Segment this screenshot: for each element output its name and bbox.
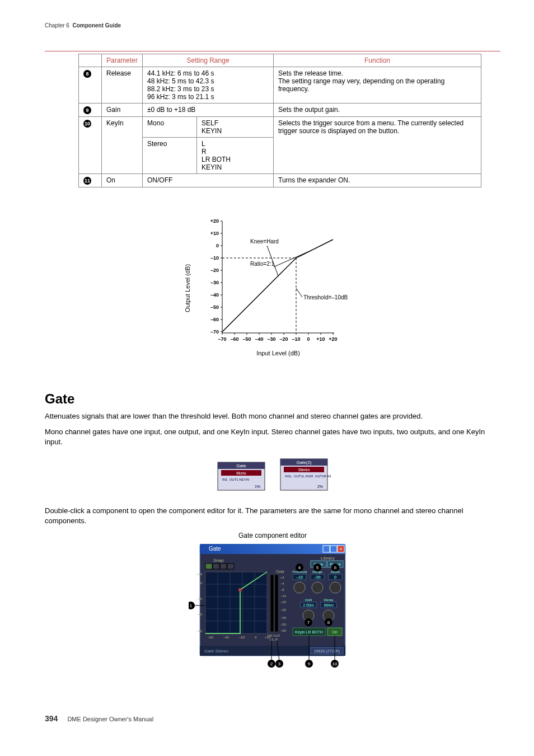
gate-stereo-block[interactable]: Gate(2) Stereo IN1L OUT1L IN1R OUT1R KEY… — [277, 457, 331, 492]
section-p3: Double-click a component to open the com… — [45, 506, 500, 526]
meter-tick: –30 — [280, 608, 287, 612]
svg-text:Hold: Hold — [305, 598, 312, 602]
meter-tick: –14 — [280, 594, 287, 598]
chart-xtick: –50 — [242, 336, 251, 342]
svg-point-56 — [312, 582, 323, 593]
minimize-button[interactable] — [323, 546, 330, 552]
cell-function: Sets the output gain. — [274, 104, 481, 117]
chart-annot-threshold: Threshold=–10dB — [303, 294, 348, 300]
block-variant: Mono — [236, 471, 246, 475]
svg-rect-37 — [205, 564, 212, 569]
chart-xtick: +10 — [316, 336, 325, 342]
table-row: 11 On ON/OFF Turns the expander ON. — [79, 174, 481, 187]
chart-xtick: +20 — [329, 336, 337, 342]
chart-xtick: –70 — [218, 336, 226, 342]
callout: 1 — [190, 603, 193, 608]
chart-xtick: –20 — [279, 336, 288, 342]
table-row: 9 Gain ±0 dB to +18 dB Sets the output g… — [79, 104, 481, 117]
cell-function: Sets the release time. The setting range… — [274, 67, 481, 104]
keyin-label: Keyin LR BOTH — [295, 630, 323, 635]
svg-text:–56: –56 — [314, 575, 321, 579]
cell-setting-range: ±0 dB to +18 dB — [143, 104, 274, 117]
chart-ytick: –10 — [210, 255, 219, 261]
graph-xtick: –20 — [239, 636, 245, 639]
table-row: 8 Release 44.1 kHz: 6 ms to 46 s 48 kHz:… — [79, 67, 481, 104]
library-label: Library — [321, 556, 334, 561]
graph-ytick: –60 — [196, 630, 203, 633]
gate-mono-block[interactable]: Gate Mono IN1 OUT1 KEYIN 1% — [214, 460, 268, 492]
cell-setting-range: 44.1 kHz: 6 ms to 46 s 48 kHz: 5 ms to 4… — [143, 67, 274, 104]
block-pct: 2% — [317, 485, 323, 489]
snap-label: Snap — [213, 558, 224, 563]
close-icon: × — [339, 546, 342, 552]
section-title: Gate — [45, 391, 500, 407]
window-title: Gate — [209, 546, 221, 552]
chart-ytick: –70 — [210, 329, 219, 335]
th-setting-range: Setting Range — [143, 54, 274, 67]
svg-text:–18: –18 — [296, 575, 303, 579]
cell-function: Selects the trigger source from a menu. … — [274, 117, 481, 174]
chart-annot-knee: Knee=Hard — [250, 238, 279, 245]
cell-parameter: Gain — [102, 104, 143, 117]
meter-tick: –40 — [280, 616, 287, 619]
graph-ytick: –40 — [196, 613, 203, 616]
svg-text:2.50m: 2.50m — [303, 603, 314, 607]
cell-mono-opts: SELF KEYIN — [197, 117, 274, 138]
block-ports: IN1 OUT1 KEYIN — [222, 478, 249, 481]
chart-ylabel: Output Level (dB) — [184, 264, 191, 312]
page-footer: 394 DME Designer Owner's Manual — [45, 714, 500, 723]
page-number: 394 — [45, 714, 58, 723]
callout: 4 — [298, 565, 301, 570]
chart-xtick: –10 — [292, 336, 300, 342]
gate-editor-window: Gate × Snap Library Store — [189, 544, 357, 678]
chart-xtick: –60 — [230, 336, 238, 342]
svg-rect-39 — [220, 564, 227, 569]
chart-ytick: –40 — [210, 292, 219, 298]
row-number: 9 — [83, 106, 91, 114]
graph-xtick: –60 — [208, 636, 214, 639]
callout: 3 — [278, 661, 281, 666]
on-label: On — [332, 630, 337, 634]
cell-mono-label: Mono — [143, 117, 197, 138]
chart-ytick: –30 — [210, 280, 219, 285]
callout: 9 — [308, 661, 311, 666]
callout: 6 — [334, 565, 337, 570]
graph-ytick: –20 — [196, 597, 203, 600]
block-variant: Stereo — [298, 468, 310, 472]
meter-tick: –20 — [280, 600, 287, 604]
section-p1: Attenuates signals that are lower than t… — [45, 411, 500, 421]
chart-ytick: –50 — [210, 304, 219, 310]
section-p2: Mono channel gates have one input, one o… — [45, 427, 500, 447]
row-number: 11 — [83, 177, 91, 185]
cell-parameter: KeyIn — [102, 117, 143, 174]
snap-buttons[interactable] — [205, 564, 234, 569]
editor-caption: Gate component editor — [45, 532, 500, 539]
svg-text:0: 0 — [334, 575, 336, 579]
chapter-title: Component Guide — [72, 22, 121, 29]
svg-text:Decay: Decay — [324, 598, 333, 602]
callout: 5 — [316, 565, 319, 570]
parameter-table: Parameter Setting Range Function 8 Relea… — [78, 54, 481, 187]
chart-xtick: –40 — [255, 336, 263, 342]
threshold-handle[interactable] — [238, 588, 242, 591]
svg-line-25 — [274, 250, 312, 267]
graph-ytick: +10 — [196, 572, 203, 576]
gate-graph[interactable] — [205, 572, 267, 633]
chart-ytick: –20 — [210, 267, 219, 273]
chart-xtick: –30 — [267, 336, 275, 342]
cell-stereo-opts: L R LR BOTH KEYIN — [197, 138, 274, 174]
svg-line-26 — [296, 288, 302, 297]
meter-tick: +2 — [280, 576, 285, 579]
meter-tick: –50 — [280, 623, 287, 626]
manual-title: DME Designer Owner's Manual — [67, 716, 153, 722]
maximize-button[interactable] — [330, 546, 337, 552]
chart-xlabel: Input Level (dB) — [256, 350, 300, 356]
meter-tick: –8 — [280, 588, 284, 591]
out-meter — [275, 575, 278, 632]
row-number: 8 — [83, 70, 91, 78]
chart-annot-ratio: Ratio=2:1 — [250, 261, 275, 267]
chart-ytick: +20 — [210, 218, 219, 224]
svg-rect-38 — [213, 564, 219, 569]
over-label: Over — [276, 570, 285, 574]
cell-setting-range: ON/OFF — [143, 174, 274, 187]
